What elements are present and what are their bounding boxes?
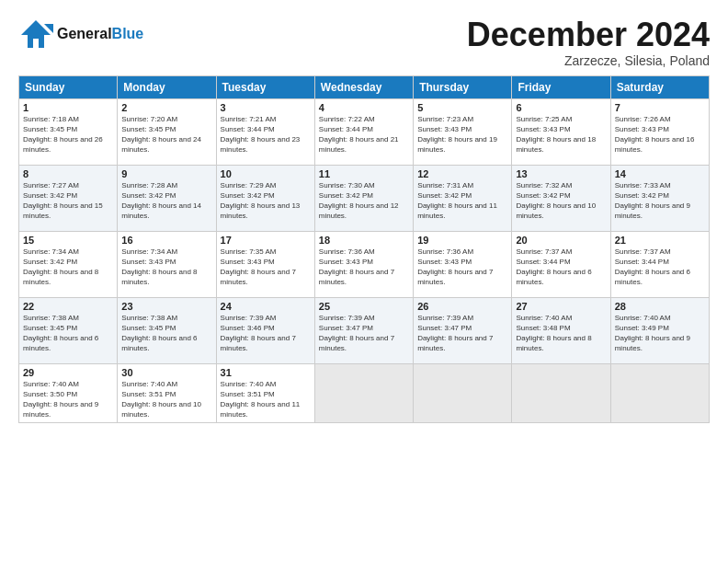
day-info: Sunrise: 7:33 AMSunset: 3:42 PMDaylight:… bbox=[615, 180, 705, 222]
day-info: Sunrise: 7:23 AMSunset: 3:43 PMDaylight:… bbox=[417, 114, 507, 155]
day-number: 4 bbox=[319, 102, 409, 113]
calendar-week-5: 29Sunrise: 7:40 AMSunset: 3:50 PMDayligh… bbox=[19, 363, 710, 423]
location: Zarzecze, Silesia, Poland bbox=[467, 53, 710, 68]
day-info: Sunrise: 7:27 AMSunset: 3:42 PMDaylight:… bbox=[23, 180, 113, 222]
calendar-cell: 1Sunrise: 7:18 AMSunset: 3:45 PMDaylight… bbox=[19, 98, 118, 165]
day-info: Sunrise: 7:28 AMSunset: 3:42 PMDaylight:… bbox=[121, 180, 211, 222]
day-info: Sunrise: 7:37 AMSunset: 3:44 PMDaylight:… bbox=[615, 247, 705, 288]
day-number: 1 bbox=[23, 102, 113, 113]
calendar-header-sunday: Sunday bbox=[19, 75, 118, 98]
calendar-cell: 21Sunrise: 7:37 AMSunset: 3:44 PMDayligh… bbox=[610, 231, 709, 297]
calendar-header-friday: Friday bbox=[512, 75, 610, 98]
calendar-cell: 6Sunrise: 7:25 AMSunset: 3:43 PMDaylight… bbox=[512, 98, 610, 165]
day-info: Sunrise: 7:37 AMSunset: 3:44 PMDaylight:… bbox=[516, 247, 606, 288]
calendar-week-4: 22Sunrise: 7:38 AMSunset: 3:45 PMDayligh… bbox=[19, 297, 710, 363]
calendar-cell: 25Sunrise: 7:39 AMSunset: 3:47 PMDayligh… bbox=[314, 297, 413, 363]
day-number: 3 bbox=[221, 102, 311, 113]
calendar-cell: 23Sunrise: 7:38 AMSunset: 3:45 PMDayligh… bbox=[118, 297, 216, 363]
day-info: Sunrise: 7:40 AMSunset: 3:51 PMDaylight:… bbox=[221, 379, 311, 420]
day-number: 17 bbox=[221, 235, 311, 246]
calendar-cell bbox=[314, 363, 413, 423]
logo-text: GeneralBlue bbox=[57, 26, 143, 42]
day-info: Sunrise: 7:29 AMSunset: 3:42 PMDaylight:… bbox=[221, 180, 311, 222]
calendar-cell: 18Sunrise: 7:36 AMSunset: 3:43 PMDayligh… bbox=[314, 231, 413, 297]
calendar-cell: 30Sunrise: 7:40 AMSunset: 3:51 PMDayligh… bbox=[118, 363, 216, 423]
day-info: Sunrise: 7:32 AMSunset: 3:42 PMDaylight:… bbox=[516, 180, 606, 222]
calendar-week-2: 8Sunrise: 7:27 AMSunset: 3:42 PMDaylight… bbox=[19, 165, 710, 231]
title-block: December 2024 Zarzecze, Silesia, Poland bbox=[467, 17, 710, 68]
calendar-cell bbox=[414, 363, 512, 423]
day-info: Sunrise: 7:39 AMSunset: 3:47 PMDaylight:… bbox=[319, 313, 409, 354]
calendar-cell: 10Sunrise: 7:29 AMSunset: 3:42 PMDayligh… bbox=[216, 165, 314, 231]
calendar-cell: 13Sunrise: 7:32 AMSunset: 3:42 PMDayligh… bbox=[512, 165, 610, 231]
day-number: 29 bbox=[23, 367, 113, 378]
day-number: 28 bbox=[615, 301, 705, 312]
day-number: 27 bbox=[516, 301, 606, 312]
calendar-cell: 11Sunrise: 7:30 AMSunset: 3:42 PMDayligh… bbox=[314, 165, 413, 231]
calendar-cell: 22Sunrise: 7:38 AMSunset: 3:45 PMDayligh… bbox=[19, 297, 118, 363]
month-title: December 2024 bbox=[467, 17, 710, 53]
calendar-cell bbox=[512, 363, 610, 423]
day-info: Sunrise: 7:38 AMSunset: 3:45 PMDaylight:… bbox=[23, 313, 113, 354]
calendar-cell: 24Sunrise: 7:39 AMSunset: 3:46 PMDayligh… bbox=[216, 297, 314, 363]
day-number: 9 bbox=[121, 168, 211, 179]
calendar-header-row: SundayMondayTuesdayWednesdayThursdayFrid… bbox=[19, 75, 710, 98]
day-number: 16 bbox=[121, 235, 211, 246]
day-number: 6 bbox=[516, 102, 606, 113]
day-number: 31 bbox=[221, 367, 311, 378]
calendar-cell: 15Sunrise: 7:34 AMSunset: 3:42 PMDayligh… bbox=[19, 231, 118, 297]
calendar-cell: 16Sunrise: 7:34 AMSunset: 3:43 PMDayligh… bbox=[118, 231, 216, 297]
day-number: 22 bbox=[23, 301, 113, 312]
calendar-cell: 19Sunrise: 7:36 AMSunset: 3:43 PMDayligh… bbox=[414, 231, 512, 297]
calendar-header-saturday: Saturday bbox=[610, 75, 709, 98]
calendar-cell: 14Sunrise: 7:33 AMSunset: 3:42 PMDayligh… bbox=[610, 165, 709, 231]
day-info: Sunrise: 7:31 AMSunset: 3:42 PMDaylight:… bbox=[417, 180, 507, 222]
day-number: 18 bbox=[319, 235, 409, 246]
calendar-cell: 12Sunrise: 7:31 AMSunset: 3:42 PMDayligh… bbox=[414, 165, 512, 231]
day-info: Sunrise: 7:35 AMSunset: 3:43 PMDaylight:… bbox=[221, 247, 311, 288]
day-number: 23 bbox=[121, 301, 211, 312]
day-number: 5 bbox=[417, 102, 507, 113]
day-number: 30 bbox=[121, 367, 211, 378]
day-number: 10 bbox=[221, 168, 311, 179]
day-info: Sunrise: 7:40 AMSunset: 3:48 PMDaylight:… bbox=[516, 313, 606, 354]
calendar-cell bbox=[610, 363, 709, 423]
day-number: 7 bbox=[615, 102, 705, 113]
calendar-cell: 4Sunrise: 7:22 AMSunset: 3:44 PMDaylight… bbox=[314, 98, 413, 165]
calendar-header-monday: Monday bbox=[118, 75, 216, 98]
day-number: 14 bbox=[615, 168, 705, 179]
day-info: Sunrise: 7:18 AMSunset: 3:45 PMDaylight:… bbox=[23, 114, 113, 155]
logo: GeneralBlue bbox=[18, 17, 143, 52]
page: GeneralBlue December 2024 Zarzecze, Sile… bbox=[0, 0, 728, 563]
calendar-cell: 3Sunrise: 7:21 AMSunset: 3:44 PMDaylight… bbox=[216, 98, 314, 165]
day-number: 20 bbox=[516, 235, 606, 246]
day-info: Sunrise: 7:20 AMSunset: 3:45 PMDaylight:… bbox=[121, 114, 211, 155]
calendar-cell: 8Sunrise: 7:27 AMSunset: 3:42 PMDaylight… bbox=[19, 165, 118, 231]
header: GeneralBlue December 2024 Zarzecze, Sile… bbox=[18, 17, 710, 68]
day-number: 8 bbox=[23, 168, 113, 179]
calendar-cell: 28Sunrise: 7:40 AMSunset: 3:49 PMDayligh… bbox=[610, 297, 709, 363]
day-info: Sunrise: 7:26 AMSunset: 3:43 PMDaylight:… bbox=[615, 114, 705, 155]
calendar-header-tuesday: Tuesday bbox=[216, 75, 314, 98]
day-number: 13 bbox=[516, 168, 606, 179]
day-info: Sunrise: 7:40 AMSunset: 3:50 PMDaylight:… bbox=[23, 379, 113, 420]
day-info: Sunrise: 7:40 AMSunset: 3:51 PMDaylight:… bbox=[121, 379, 211, 420]
calendar-cell: 29Sunrise: 7:40 AMSunset: 3:50 PMDayligh… bbox=[19, 363, 118, 423]
day-info: Sunrise: 7:36 AMSunset: 3:43 PMDaylight:… bbox=[417, 247, 507, 288]
day-number: 26 bbox=[417, 301, 507, 312]
day-number: 2 bbox=[121, 102, 211, 113]
day-info: Sunrise: 7:39 AMSunset: 3:46 PMDaylight:… bbox=[221, 313, 311, 354]
calendar-cell: 9Sunrise: 7:28 AMSunset: 3:42 PMDaylight… bbox=[118, 165, 216, 231]
day-number: 21 bbox=[615, 235, 705, 246]
logo-icon bbox=[18, 17, 53, 52]
calendar-header-wednesday: Wednesday bbox=[314, 75, 413, 98]
calendar-cell: 2Sunrise: 7:20 AMSunset: 3:45 PMDaylight… bbox=[118, 98, 216, 165]
calendar-cell: 27Sunrise: 7:40 AMSunset: 3:48 PMDayligh… bbox=[512, 297, 610, 363]
calendar-cell: 31Sunrise: 7:40 AMSunset: 3:51 PMDayligh… bbox=[216, 363, 314, 423]
day-number: 25 bbox=[319, 301, 409, 312]
day-info: Sunrise: 7:36 AMSunset: 3:43 PMDaylight:… bbox=[319, 247, 409, 288]
calendar-table: SundayMondayTuesdayWednesdayThursdayFrid… bbox=[18, 75, 710, 424]
day-info: Sunrise: 7:34 AMSunset: 3:42 PMDaylight:… bbox=[23, 247, 113, 288]
day-number: 15 bbox=[23, 235, 113, 246]
day-info: Sunrise: 7:39 AMSunset: 3:47 PMDaylight:… bbox=[417, 313, 507, 354]
